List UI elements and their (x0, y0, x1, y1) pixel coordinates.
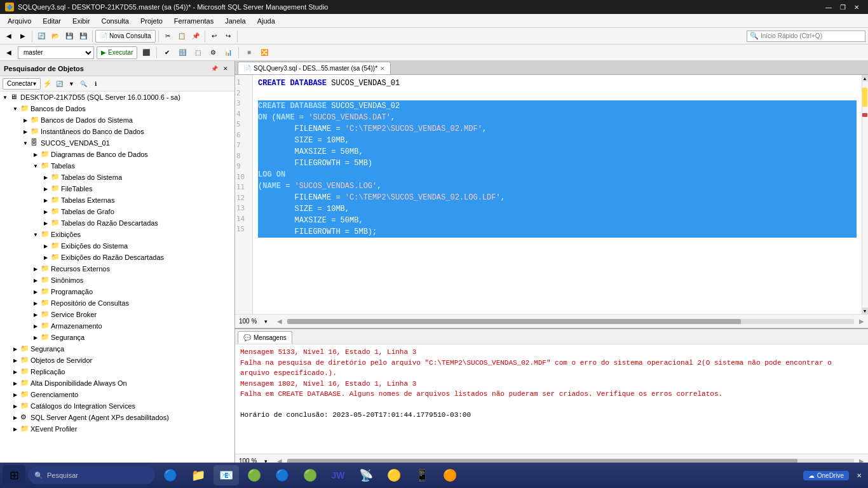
query-btn5[interactable]: 📊 (222, 46, 234, 59)
editor-scrollbar[interactable]: ▲ ▼ (862, 75, 868, 314)
tree-item-recursos[interactable]: ▶ 📁 Recursos Externos (0, 263, 234, 274)
expand-catalogos[interactable]: ▶ (11, 402, 19, 410)
expand-tabelas-sistema[interactable]: ▶ (42, 173, 50, 181)
tree-item-exibicoes-razao[interactable]: ▶ 📁 Exibições do Razão Descartadas (0, 252, 234, 263)
tab-close-button[interactable]: ✕ (380, 65, 385, 72)
tree-item-gerenciamento[interactable]: ▶ 📁 Gerenciamento (0, 389, 234, 400)
tree-item-repositorio[interactable]: ▶ 📁 Repositório de Consultas (0, 297, 234, 309)
expand-instantaneos[interactable]: ▶ (22, 128, 29, 135)
tree-item-diagramas[interactable]: ▶ 📁 Diagramas de Banco de Dados (0, 149, 234, 160)
zoom-dropdown[interactable]: ▾ (259, 315, 272, 328)
cut-button[interactable]: ✂ (161, 30, 174, 43)
expand-armazenamento[interactable]: ▶ (32, 322, 39, 330)
expand-alta-disp[interactable]: ▶ (11, 379, 19, 387)
tree-item-objetos[interactable]: ▶ 📁 Objetos de Servidor (0, 355, 234, 366)
tree-item-replicacao[interactable]: ▶ 📁 Replicação (0, 366, 234, 377)
toolbar-btn1[interactable]: 🔄 (35, 30, 48, 43)
taskbar-excel[interactable]: 🟢 (297, 465, 323, 485)
query-btn2[interactable]: 🔢 (176, 46, 189, 59)
undo-button[interactable]: ↩ (208, 30, 220, 43)
redo-button[interactable]: ↪ (222, 30, 234, 43)
toolbar-btn4[interactable]: 💾 (77, 30, 90, 43)
messages-tab[interactable]: 💬 Mensagens (238, 331, 292, 344)
tree-item-exibicoes-sistema[interactable]: ▶ 📁 Exibições do Sistema (0, 240, 234, 252)
menu-consulta[interactable]: Consulta (97, 16, 134, 26)
oe-refresh-button[interactable]: 🔄 (55, 79, 65, 89)
tree-item-tabelas-razao[interactable]: ▶ 📁 Tabelas do Razão Descartadas (0, 217, 234, 229)
window-controls[interactable]: — ❐ ✕ (822, 2, 863, 12)
query-btn4[interactable]: ⚙ (207, 46, 219, 59)
tree-item-tabelas-sistema[interactable]: ▶ 📁 Tabelas do Sistema (0, 172, 234, 183)
menu-ajuda[interactable]: Ajuda (252, 16, 280, 26)
close-button[interactable]: ✕ (850, 2, 863, 12)
tree-item-bancos[interactable]: ▼ 📁 Bancos de Dados (0, 103, 234, 114)
menu-ferramentas[interactable]: Ferramentas (169, 16, 219, 26)
menu-arquivo[interactable]: Arquivo (3, 16, 36, 26)
messages-content[interactable]: Mensagem 5133, Nível 16, Estado 1, Linha… (235, 344, 868, 454)
oe-pin-button[interactable]: 📌 (209, 64, 219, 74)
tree-item-tabelas-grafo[interactable]: ▶ 📁 Tabelas de Grafo (0, 206, 234, 217)
expand-tabelas[interactable]: ▼ (32, 162, 39, 170)
back-button[interactable]: ◀ (3, 30, 15, 43)
expand-recursos[interactable]: ▶ (32, 265, 39, 273)
query-btn6[interactable]: ≡ (243, 46, 255, 59)
minimize-button[interactable]: — (822, 2, 835, 12)
taskbar-close-button[interactable]: ✕ (853, 470, 865, 480)
oe-properties-button[interactable]: ℹ (91, 79, 101, 89)
taskbar-search[interactable]: 🔍 Pesquisar (28, 466, 155, 484)
toolbar-btn2[interactable]: 📂 (49, 30, 62, 43)
menu-janela[interactable]: Janela (220, 16, 250, 26)
expand-seguranca-db[interactable]: ▶ (32, 334, 39, 341)
tree-item-tabelas[interactable]: ▼ 📁 Tabelas (0, 160, 234, 172)
taskbar-edge[interactable]: 🔵 (158, 465, 183, 485)
scroll-right-btn[interactable]: ▶ (859, 318, 864, 325)
sql-editor[interactable]: CREATE DATABASE SUCOS_VENDAS_01 CREATE D… (253, 75, 862, 314)
tree-item-sinonimos[interactable]: ▶ 📁 Sinônimos (0, 274, 234, 286)
query-btn7[interactable]: 🔀 (258, 46, 271, 59)
oe-search-button[interactable]: 🔍 (79, 79, 89, 89)
tree-item-catalogos[interactable]: ▶ 📁 Catálogos do Integration Services (0, 400, 234, 412)
taskbar-word[interactable]: 🔵 (269, 465, 295, 485)
expand-tabelas-grafo[interactable]: ▶ (42, 208, 50, 215)
forward-button[interactable]: ▶ (17, 30, 29, 43)
editor-tab[interactable]: 📄 SQLQuery3.sql - DES...55.master (sa (5… (238, 62, 391, 74)
oe-connect-button[interactable]: Conectar▾ (3, 78, 41, 90)
paste-button[interactable]: 📌 (189, 30, 202, 43)
expand-seguranca[interactable]: ▶ (11, 345, 19, 353)
restore-button[interactable]: ❐ (836, 2, 849, 12)
nova-consulta-button[interactable]: 📄 Nova Consulta (95, 30, 156, 43)
oe-close-button[interactable]: ✕ (220, 64, 231, 74)
expand-gerenciamento[interactable]: ▶ (11, 391, 19, 398)
oe-filter-button[interactable]: ▼ (67, 79, 77, 89)
oe-disconnect-button[interactable]: ⚡ (43, 79, 53, 89)
scroll-left-btn[interactable]: ◀ (277, 318, 282, 325)
expand-sucos[interactable]: ▼ (22, 139, 29, 147)
expand-programacao[interactable]: ▶ (32, 288, 39, 295)
start-button[interactable]: ⊞ (3, 465, 25, 485)
taskbar-telegram[interactable]: 📡 (353, 465, 379, 485)
expand-replicacao[interactable]: ▶ (11, 368, 19, 376)
tree-item-service-broker[interactable]: ▶ 📁 Service Broker (0, 309, 234, 320)
expand-diagramas[interactable]: ▶ (32, 151, 39, 158)
tree-item-agent[interactable]: ▶ ⚙ SQL Server Agent (Agent XPs desabili… (0, 412, 234, 423)
tree-item-seguranca-db[interactable]: ▶ 📁 Segurança (0, 332, 234, 343)
expand-sinonimos[interactable]: ▶ (32, 276, 39, 284)
expand-repositorio[interactable]: ▶ (32, 299, 39, 307)
expand-agent[interactable]: ▶ (11, 414, 19, 421)
horizontal-scrollbar[interactable] (287, 319, 854, 324)
taskbar-whatsapp[interactable]: 📱 (409, 465, 435, 485)
expand-exibicoes-razao[interactable]: ▶ (42, 254, 50, 261)
tree-item-instantaneos[interactable]: ▶ 📁 Instantâneos do Banco de Dados (0, 126, 234, 137)
tree-item-server[interactable]: ▼ 🖥 DESKTOP-21K7D55 (SQL Server 16.0.100… (0, 92, 234, 103)
toolbar2-btn1[interactable]: ◀ (3, 46, 15, 59)
taskbar-sticky[interactable]: 🟡 (381, 465, 407, 485)
database-selector[interactable]: master (18, 46, 94, 59)
tree-item-seguranca[interactable]: ▶ 📁 Segurança (0, 343, 234, 355)
expand-exibicoes-sistema[interactable]: ▶ (42, 242, 50, 250)
expand-service-broker[interactable]: ▶ (32, 311, 39, 318)
tree-item-exibicoes[interactable]: ▼ 📁 Exibições (0, 229, 234, 240)
toolbar-btn3[interactable]: 💾 (63, 30, 76, 43)
expand-tabelas-externas[interactable]: ▶ (42, 196, 50, 204)
menu-editar[interactable]: Editar (37, 16, 66, 26)
taskbar-mail[interactable]: 📧 (214, 465, 239, 485)
